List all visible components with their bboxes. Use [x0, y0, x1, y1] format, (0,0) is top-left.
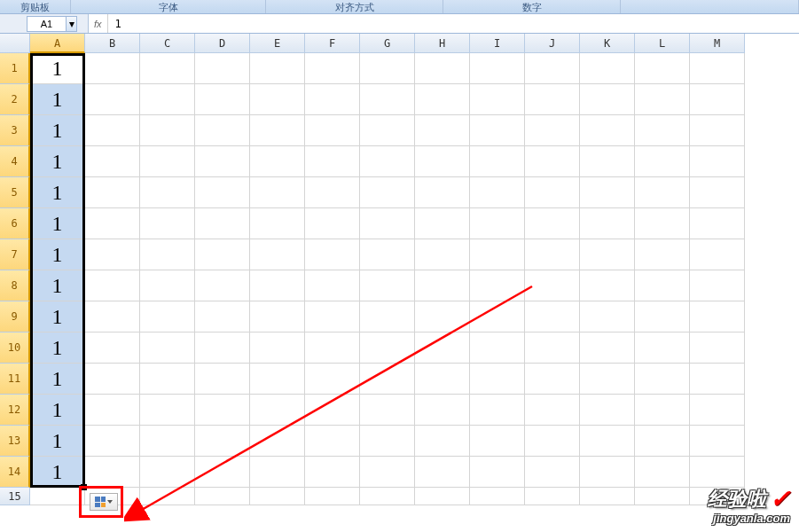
cell-D12[interactable] — [195, 395, 250, 426]
cell-I1[interactable] — [470, 53, 525, 84]
cell-G14[interactable] — [360, 457, 415, 488]
cell-K3[interactable] — [580, 115, 635, 146]
cell-C8[interactable] — [140, 270, 195, 301]
cell-K12[interactable] — [580, 395, 635, 426]
cell-F8[interactable] — [305, 270, 360, 301]
cell-H11[interactable] — [415, 364, 470, 395]
cell-J11[interactable] — [525, 364, 580, 395]
name-box[interactable]: A1 — [27, 16, 67, 32]
cell-B4[interactable] — [85, 146, 140, 177]
cell-F9[interactable] — [305, 301, 360, 332]
cell-G7[interactable] — [360, 239, 415, 270]
col-header-C[interactable]: C — [140, 34, 195, 53]
cell-J9[interactable] — [525, 301, 580, 332]
cell-G4[interactable] — [360, 146, 415, 177]
cell-M4[interactable] — [690, 146, 745, 177]
cell-H8[interactable] — [415, 270, 470, 301]
col-header-F[interactable]: F — [305, 34, 360, 53]
cell-D1[interactable] — [195, 53, 250, 84]
col-header-L[interactable]: L — [635, 34, 690, 53]
cell-G12[interactable] — [360, 395, 415, 426]
row-header-14[interactable]: 14 — [0, 457, 30, 488]
fx-label[interactable]: fx — [89, 14, 108, 33]
col-header-E[interactable]: E — [250, 34, 305, 53]
cell-A13[interactable]: 1 — [30, 426, 85, 457]
row-header-7[interactable]: 7 — [0, 239, 30, 270]
cell-F11[interactable] — [305, 364, 360, 395]
cell-H10[interactable] — [415, 332, 470, 364]
cell-K15[interactable] — [580, 488, 635, 505]
row-header-8[interactable]: 8 — [0, 270, 30, 301]
cell-E14[interactable] — [250, 457, 305, 488]
cell-J1[interactable] — [525, 53, 580, 84]
cell-D7[interactable] — [195, 239, 250, 270]
row-header-1[interactable]: 1 — [0, 53, 30, 84]
cell-C10[interactable] — [140, 332, 195, 364]
cell-I2[interactable] — [470, 84, 525, 115]
row-header-12[interactable]: 12 — [0, 395, 30, 426]
cell-A7[interactable]: 1 — [30, 239, 85, 270]
cell-E9[interactable] — [250, 301, 305, 332]
cell-I5[interactable] — [470, 177, 525, 208]
cell-M6[interactable] — [690, 208, 745, 239]
cell-K9[interactable] — [580, 301, 635, 332]
cell-J12[interactable] — [525, 395, 580, 426]
cell-J4[interactable] — [525, 146, 580, 177]
col-header-J[interactable]: J — [525, 34, 580, 53]
cell-C14[interactable] — [140, 457, 195, 488]
cell-M13[interactable] — [690, 426, 745, 457]
cell-C1[interactable] — [140, 53, 195, 84]
cell-K13[interactable] — [580, 426, 635, 457]
cell-A1[interactable]: 1 — [30, 53, 85, 84]
cell-M3[interactable] — [690, 115, 745, 146]
cell-D11[interactable] — [195, 364, 250, 395]
cell-M9[interactable] — [690, 301, 745, 332]
cell-C3[interactable] — [140, 115, 195, 146]
autofill-options-button[interactable] — [90, 493, 118, 511]
cell-A15[interactable] — [30, 488, 85, 505]
cell-B14[interactable] — [85, 457, 140, 488]
row-header-15[interactable]: 15 — [0, 488, 30, 505]
cell-L10[interactable] — [635, 332, 690, 364]
cell-L9[interactable] — [635, 301, 690, 332]
cell-M5[interactable] — [690, 177, 745, 208]
row-header-5[interactable]: 5 — [0, 177, 30, 208]
cell-B10[interactable] — [85, 332, 140, 364]
cell-A14[interactable]: 1 — [30, 457, 85, 488]
cell-J5[interactable] — [525, 177, 580, 208]
cell-I12[interactable] — [470, 395, 525, 426]
cell-M10[interactable] — [690, 332, 745, 364]
cell-E10[interactable] — [250, 332, 305, 364]
cell-D8[interactable] — [195, 270, 250, 301]
cell-E1[interactable] — [250, 53, 305, 84]
cell-C12[interactable] — [140, 395, 195, 426]
cell-B3[interactable] — [85, 115, 140, 146]
cell-F2[interactable] — [305, 84, 360, 115]
col-header-A[interactable]: A — [30, 34, 85, 53]
cell-D3[interactable] — [195, 115, 250, 146]
cell-M14[interactable] — [690, 457, 745, 488]
cell-K6[interactable] — [580, 208, 635, 239]
select-all-corner[interactable] — [0, 34, 30, 53]
cell-E13[interactable] — [250, 426, 305, 457]
cell-K5[interactable] — [580, 177, 635, 208]
col-header-I[interactable]: I — [470, 34, 525, 53]
cell-F5[interactable] — [305, 177, 360, 208]
spreadsheet-grid[interactable]: A B C D E F G H I J K L M 1 2 3 4 5 6 7 … — [0, 34, 799, 532]
cell-E6[interactable] — [250, 208, 305, 239]
cell-I8[interactable] — [470, 270, 525, 301]
cell-D15[interactable] — [195, 488, 250, 505]
cell-K10[interactable] — [580, 332, 635, 364]
cell-A11[interactable]: 1 — [30, 364, 85, 395]
cell-C2[interactable] — [140, 84, 195, 115]
cell-E15[interactable] — [250, 488, 305, 505]
cell-F1[interactable] — [305, 53, 360, 84]
row-header-10[interactable]: 10 — [0, 332, 30, 364]
cell-J2[interactable] — [525, 84, 580, 115]
cell-F4[interactable] — [305, 146, 360, 177]
row-header-2[interactable]: 2 — [0, 84, 30, 115]
cell-C15[interactable] — [140, 488, 195, 505]
cell-G3[interactable] — [360, 115, 415, 146]
cell-F14[interactable] — [305, 457, 360, 488]
cell-F7[interactable] — [305, 239, 360, 270]
